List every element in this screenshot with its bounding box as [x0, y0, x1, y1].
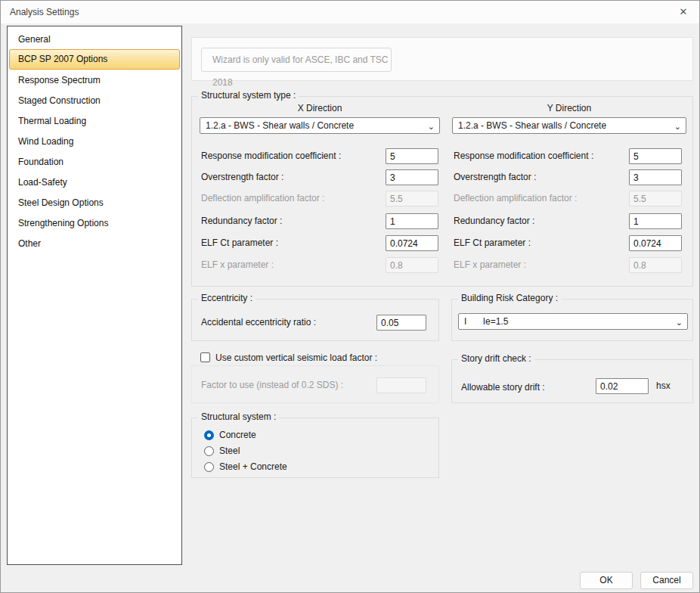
response-modification-y-input[interactable]: [629, 148, 682, 164]
story-drift-unit: hsx: [656, 378, 671, 394]
elf-ct-parameter-y-input[interactable]: [629, 235, 682, 251]
elf-x-parameter-x-input: [386, 257, 438, 273]
radio-option-concrete[interactable]: Concrete: [204, 429, 256, 441]
field-label: Factor to use (instead of 0.2 SDS) :: [201, 377, 343, 393]
field-label: Accidental eccentricity ratio :: [201, 315, 316, 331]
field-label: Deflection amplification factor :: [201, 191, 324, 206]
overstrength-factor-y-input[interactable]: [629, 169, 682, 185]
elf-x-parameter-y-input: [629, 257, 682, 273]
radio-label: Steel + Concrete: [219, 461, 287, 472]
field-label: ELF Ct parameter :: [201, 235, 278, 251]
field-label: Redundancy factor :: [454, 213, 534, 229]
vertical-seismic-factor-input: [376, 377, 426, 393]
x-direction-system-value: 1.2.a - BWS - Shear walls / Concrete: [206, 120, 354, 131]
custom-vertical-seismic-checkbox[interactable]: [200, 352, 210, 362]
risk-category-detail: Ie=1.5: [483, 316, 509, 327]
radio-label: Concrete: [219, 430, 256, 440]
overstrength-factor-x-input[interactable]: [386, 169, 438, 185]
risk-category-value: I: [464, 316, 466, 327]
group-title: Structural system :: [198, 411, 279, 422]
cancel-button[interactable]: Cancel: [640, 572, 693, 589]
field-label: Overstrength factor :: [201, 169, 283, 185]
y-direction-system-value: 1.2.a - BWS - Shear walls / Concrete: [458, 120, 606, 131]
wizard-note: Wizard is only valid for ASCE, IBC and T…: [201, 48, 392, 72]
field-label: Response modification coefficient :: [201, 148, 341, 164]
vertical-seismic-factor-box: Factor to use (instead of 0.2 SDS) :: [191, 365, 439, 403]
y-direction-header: Y Direction: [452, 103, 686, 113]
chevron-down-icon: ⌄: [674, 119, 681, 134]
window-title: Analysis Settings: [10, 1, 79, 23]
sidebar-item-thermal-loading[interactable]: Thermal Loading: [9, 110, 180, 131]
sidebar-item-response-spectrum[interactable]: Response Spectrum: [9, 70, 180, 90]
structural-system-group: Structural system : Concrete Steel Steel…: [191, 418, 439, 478]
field-label: Response modification coefficient :: [454, 148, 593, 164]
field-label: Deflection amplification factor :: [454, 191, 577, 206]
group-title: Story drift check :: [458, 353, 534, 364]
sidebar-item-other[interactable]: Other: [9, 233, 180, 253]
sidebar-item-foundation[interactable]: Foundation: [9, 151, 180, 172]
sidebar-item-wind-loading[interactable]: Wind Loading: [9, 131, 180, 151]
wizard-panel: Wizard is only valid for ASCE, IBC and T…: [191, 37, 693, 81]
sidebar-item-load-safety[interactable]: Load-Safety: [9, 172, 180, 192]
radio-option-steel[interactable]: Steel: [204, 445, 240, 457]
group-title: Eccentricity :: [198, 293, 256, 303]
radio-label: Steel: [219, 446, 240, 456]
field-label: ELF Ct parameter :: [454, 235, 531, 251]
chevron-down-icon: ⌄: [428, 119, 435, 134]
chevron-down-icon: ⌄: [676, 315, 683, 330]
titlebar: Analysis Settings ✕: [1, 1, 699, 23]
radio-icon: [204, 462, 214, 472]
group-title: Structural system type :: [198, 90, 299, 101]
response-modification-x-input[interactable]: [386, 148, 438, 164]
field-label: ELF x parameter :: [201, 257, 274, 273]
redundancy-factor-x-input[interactable]: [386, 213, 438, 229]
close-icon[interactable]: ✕: [667, 1, 699, 23]
sidebar-item-general[interactable]: General: [9, 29, 180, 49]
accidental-eccentricity-input[interactable]: [376, 315, 426, 331]
sidebar-item-steel-design-options[interactable]: Steel Design Options: [9, 192, 180, 213]
field-label: Allowable story drift :: [461, 380, 545, 396]
structural-system-type-group: Structural system type : X Direction Y D…: [191, 96, 693, 287]
sidebar-item-bcp-sp-2007-options[interactable]: BCP SP 2007 Options: [9, 49, 180, 70]
eccentricity-group: Eccentricity : Accidental eccentricity r…: [191, 299, 439, 341]
group-title: Building Risk Category :: [458, 293, 561, 303]
x-direction-system-select[interactable]: 1.2.a - BWS - Shear walls / Concrete ⌄: [200, 117, 440, 134]
redundancy-factor-y-input[interactable]: [629, 213, 682, 229]
radio-icon: [204, 446, 214, 456]
elf-ct-parameter-x-input[interactable]: [386, 235, 438, 251]
analysis-settings-dialog: Analysis Settings ✕ General BCP SP 2007 …: [0, 0, 700, 593]
field-label: Redundancy factor :: [201, 213, 282, 229]
ok-button[interactable]: OK: [580, 572, 633, 589]
field-label: ELF x parameter :: [454, 257, 526, 273]
x-direction-header: X Direction: [200, 103, 440, 113]
deflection-amplification-x-input: [386, 191, 438, 206]
y-direction-system-select[interactable]: 1.2.a - BWS - Shear walls / Concrete ⌄: [452, 117, 686, 134]
building-risk-category-group: Building Risk Category : I Ie=1.5 ⌄: [451, 299, 693, 341]
sidebar-item-staged-construction[interactable]: Staged Construction: [9, 90, 180, 110]
settings-category-list: General BCP SP 2007 Options Response Spe…: [7, 26, 182, 565]
custom-vertical-seismic-label: Use custom vertical seismic load factor …: [215, 350, 377, 366]
sidebar-item-strengthening-options[interactable]: Strengthening Options: [9, 213, 180, 233]
field-label: Overstrength factor :: [454, 169, 536, 185]
deflection-amplification-y-input: [629, 191, 682, 206]
allowable-story-drift-input[interactable]: [596, 378, 649, 394]
risk-category-select[interactable]: I Ie=1.5 ⌄: [458, 313, 688, 330]
story-drift-check-group: Story drift check : Allowable story drif…: [451, 359, 693, 403]
radio-icon: [204, 430, 214, 440]
radio-option-steel-concrete[interactable]: Steel + Concrete: [204, 461, 287, 473]
